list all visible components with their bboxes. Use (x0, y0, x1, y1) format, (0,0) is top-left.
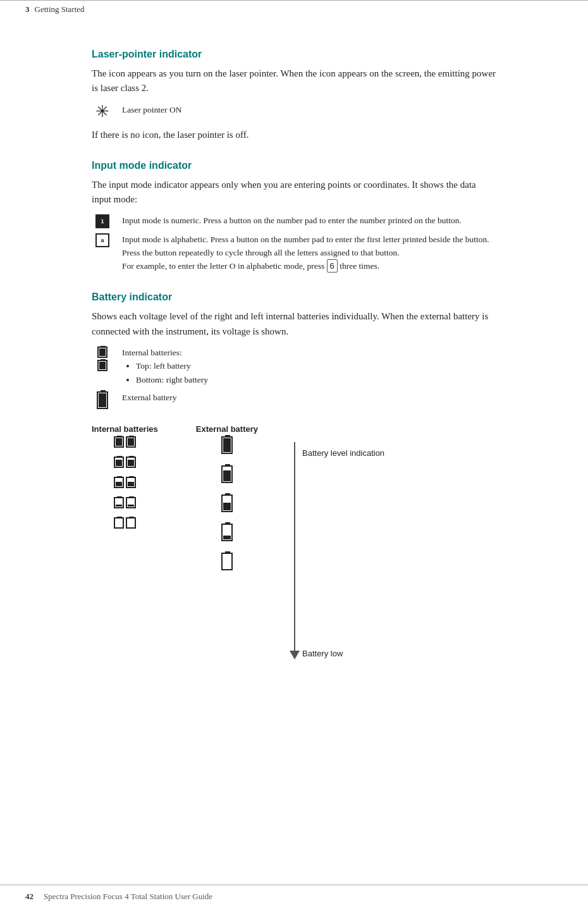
chapter-number: 3 (25, 4, 30, 15)
battery-low-label: Battery low (302, 649, 343, 658)
internal-top-item: Top: left battery (136, 359, 208, 373)
ib1-bot (126, 436, 136, 448)
ib1-top (114, 436, 124, 448)
arrow-head (290, 651, 300, 660)
numeric-label: Input mode is numeric. Press a button on… (122, 214, 462, 227)
alpha-icon: a (95, 233, 109, 247)
internal-bottom-item: Bottom: right battery (136, 373, 208, 387)
ext-level-3 (221, 494, 233, 515)
arrow-line (294, 442, 295, 651)
ext-level-2 (221, 465, 233, 486)
internal-battery-icon-bottom (97, 360, 107, 371)
internal-level-2 (114, 457, 137, 470)
external-battery-icon-area (92, 391, 113, 409)
internal-chart-label: Internal batteries (92, 424, 158, 434)
arrow-container (290, 442, 300, 660)
alpha-example-end: three times. (340, 261, 379, 271)
ib4-top (114, 497, 124, 508)
eb3 (221, 494, 233, 512)
laser-star-icon: ✳ (95, 104, 109, 120)
internal-battery-icon-row: Internal batteries: Top: left battery Bo… (92, 347, 496, 386)
battery-heading: Battery indicator (92, 291, 496, 303)
page-number: 42 (25, 892, 34, 902)
eb4 (221, 524, 233, 541)
internal-level-3 (114, 477, 137, 491)
alpha-row: a Input mode is alphabetic. Press a butt… (92, 233, 496, 273)
internal-battery-icon-area (92, 347, 113, 371)
internal-level-5 (114, 517, 137, 531)
ib3-bot (126, 477, 136, 488)
internal-battery-list: Top: left battery Bottom: right battery (122, 359, 208, 386)
internal-battery-label: Internal batteries: Top: left battery Bo… (122, 347, 208, 386)
ib5-bot (126, 517, 136, 529)
eb5 (221, 553, 233, 570)
input-mode-heading: Input mode indicator (92, 160, 496, 171)
external-battery-chart-col: External battery (196, 424, 258, 582)
eb2 (221, 465, 233, 483)
external-battery-icon-row: External battery (92, 391, 496, 409)
chapter-title: Getting Started (35, 4, 85, 15)
laser-pointer-body2: If there is no icon, the laser pointer i… (92, 128, 496, 142)
internal-level-1 (114, 436, 137, 450)
alpha-label: Input mode is alphabetic. Press a button… (122, 233, 496, 273)
alpha-icon-area: a (92, 233, 113, 247)
ext-level-1 (221, 436, 233, 457)
laser-pointer-body1: The icon appears as you turn on the lase… (92, 66, 496, 96)
footer-text: Spectra Precision Focus 4 Total Station … (44, 892, 212, 902)
ext-level-5 (221, 553, 233, 573)
ib5-top (114, 517, 124, 529)
ib2-top (114, 457, 124, 468)
input-mode-body1: The input mode indicator appears only wh… (92, 178, 496, 207)
numeric-icon-area: 1 (92, 214, 113, 228)
internal-batteries-chart-col: Internal batteries (92, 424, 158, 537)
internal-level-4 (114, 497, 137, 511)
external-battery-label: External battery (122, 391, 177, 404)
battery-body1: Shows each voltage level of the right an… (92, 309, 496, 339)
external-battery-icon (97, 391, 108, 409)
laser-icon-area: ✳ (92, 104, 113, 120)
ib2-bot (126, 457, 136, 468)
internal-label-text: Internal batteries: (122, 347, 208, 359)
external-chart-label: External battery (196, 424, 258, 434)
ib4-bot (126, 497, 136, 508)
ext-level-4 (221, 524, 233, 544)
main-content: Laser-pointer indicator The icon appears… (0, 18, 588, 697)
laser-pointer-heading: Laser-pointer indicator (92, 49, 496, 60)
battery-level-label: Battery level indication (302, 448, 384, 458)
page-footer: 42 Spectra Precision Focus 4 Total Stati… (0, 885, 588, 908)
eb1 (221, 436, 233, 454)
internal-battery-icon-top (97, 347, 107, 358)
ib3-top (114, 477, 124, 488)
numeric-row: 1 Input mode is numeric. Press a button … (92, 214, 496, 228)
numeric-icon: 1 (95, 214, 109, 228)
laser-on-row: ✳ Laser pointer ON (92, 104, 496, 120)
key-6: 6 (327, 259, 338, 273)
battery-level-arrow: Battery level indication Battery low (290, 442, 300, 660)
laser-on-label: Laser pointer ON (122, 104, 181, 116)
chapter-bar: 3 Getting Started (0, 0, 588, 18)
alpha-example-text: For example, to enter the letter O in al… (122, 261, 324, 271)
battery-chart: Internal batteries (92, 424, 496, 660)
